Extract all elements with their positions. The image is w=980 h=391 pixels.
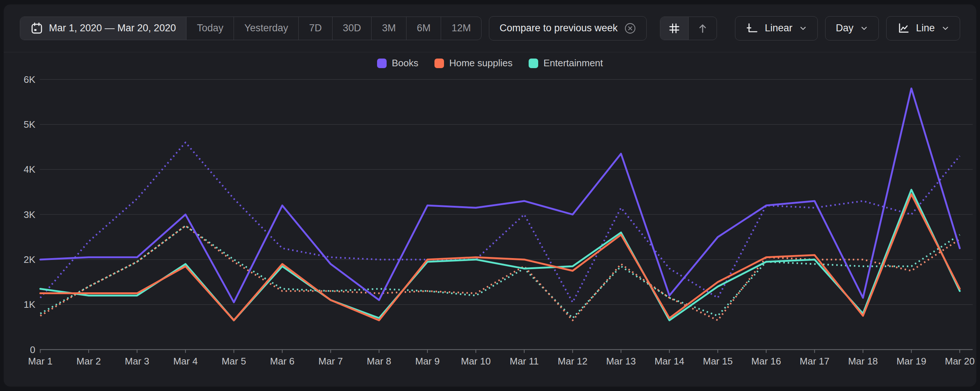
chart-options: Linear Day — [735, 16, 960, 40]
svg-text:Mar 8: Mar 8 — [367, 356, 391, 367]
legend-label: Books — [392, 57, 418, 69]
display-toggle-group — [660, 17, 717, 40]
svg-text:3K: 3K — [24, 209, 35, 220]
svg-text:Mar 10: Mar 10 — [461, 356, 491, 367]
svg-text:5K: 5K — [24, 119, 35, 130]
svg-text:Mar 9: Mar 9 — [415, 356, 440, 367]
preset-7d[interactable]: 7D — [298, 17, 332, 40]
scale-label: Linear — [765, 22, 792, 34]
books-swatch — [377, 59, 387, 68]
svg-text:Mar 5: Mar 5 — [221, 356, 246, 367]
svg-text:Mar 17: Mar 17 — [800, 356, 830, 367]
grid-toggle-button[interactable] — [660, 17, 688, 40]
date-range-button[interactable]: Mar 1, 2020 — Mar 20, 2020 — [20, 17, 186, 40]
svg-text:1K: 1K — [24, 299, 35, 310]
arrow-up-icon — [697, 22, 708, 34]
svg-text:Mar 20: Mar 20 — [945, 356, 974, 367]
scale-select[interactable]: Linear — [735, 16, 818, 40]
axes-icon — [746, 22, 758, 35]
svg-text:Mar 7: Mar 7 — [318, 356, 343, 367]
preset-today[interactable]: Today — [186, 17, 234, 40]
svg-text:4K: 4K — [24, 164, 35, 175]
home-supplies-swatch — [434, 59, 444, 68]
svg-text:Mar 1: Mar 1 — [28, 356, 52, 367]
svg-text:Mar 12: Mar 12 — [558, 356, 587, 367]
date-range-label: Mar 1, 2020 — Mar 20, 2020 — [49, 22, 176, 34]
preset-30d[interactable]: 30D — [332, 17, 372, 40]
preset-12m[interactable]: 12M — [441, 17, 481, 40]
compare-label: Compare to previous week — [500, 22, 618, 34]
svg-text:Mar 11: Mar 11 — [510, 356, 539, 367]
legend: Books Home supplies Entertainment — [4, 57, 976, 69]
legend-item-home-supplies[interactable]: Home supplies — [434, 57, 512, 69]
analytics-card: Mar 1, 2020 — Mar 20, 2020 Today Yesterd… — [4, 5, 976, 386]
chart-type-select[interactable]: Line — [886, 16, 960, 40]
svg-text:Mar 14: Mar 14 — [654, 356, 684, 367]
preset-6m[interactable]: 6M — [406, 17, 441, 40]
svg-text:Mar 15: Mar 15 — [703, 356, 733, 367]
upload-button[interactable] — [688, 17, 717, 40]
granularity-select[interactable]: Day — [825, 16, 879, 40]
legend-item-entertainment[interactable]: Entertainment — [529, 57, 603, 69]
chart-region: Books Home supplies Entertainment 01K2K3… — [4, 52, 976, 386]
preset-3m[interactable]: 3M — [371, 17, 406, 40]
chart-type-label: Line — [916, 22, 935, 34]
calendar-icon — [30, 22, 43, 35]
svg-text:0: 0 — [30, 344, 35, 355]
svg-text:Mar 2: Mar 2 — [76, 356, 101, 367]
svg-text:6K: 6K — [24, 74, 35, 85]
svg-text:Mar 4: Mar 4 — [173, 356, 197, 367]
line-chart-icon — [897, 22, 909, 35]
chevron-down-icon — [941, 24, 950, 32]
legend-label: Home supplies — [449, 57, 512, 69]
date-range-group: Mar 1, 2020 — Mar 20, 2020 Today Yesterd… — [20, 17, 482, 40]
chevron-down-icon — [860, 24, 868, 32]
svg-text:Mar 3: Mar 3 — [125, 356, 149, 367]
granularity-label: Day — [836, 22, 853, 34]
grid-icon — [668, 22, 680, 34]
close-circle-icon[interactable] — [624, 22, 636, 34]
line-chart[interactable]: 01K2K3K4K5K6KMar 1Mar 2Mar 3Mar 4Mar 5Ma… — [4, 52, 976, 386]
entertainment-swatch — [529, 59, 538, 68]
compare-button[interactable]: Compare to previous week — [489, 16, 647, 40]
svg-text:Mar 19: Mar 19 — [896, 356, 926, 367]
svg-text:Mar 18: Mar 18 — [848, 356, 878, 367]
svg-text:2K: 2K — [24, 254, 35, 265]
preset-yesterday[interactable]: Yesterday — [234, 17, 298, 40]
svg-text:Mar 13: Mar 13 — [606, 356, 636, 367]
chevron-down-icon — [799, 24, 807, 32]
svg-text:Mar 16: Mar 16 — [751, 356, 781, 367]
svg-text:Mar 6: Mar 6 — [270, 356, 294, 367]
toolbar: Mar 1, 2020 — Mar 20, 2020 Today Yesterd… — [4, 5, 976, 52]
legend-item-books[interactable]: Books — [377, 57, 418, 69]
legend-label: Entertainment — [543, 57, 603, 69]
